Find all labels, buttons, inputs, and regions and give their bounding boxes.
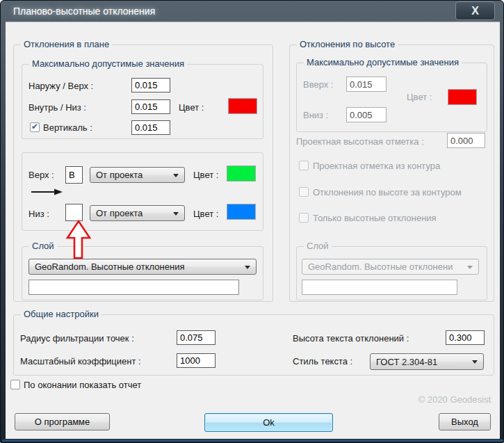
group-plan-layer-title: Слой xyxy=(29,241,57,251)
label-plan-color: Цвет : xyxy=(179,102,204,113)
input-design-mark xyxy=(447,133,485,148)
checkbox-show-report[interactable] xyxy=(10,380,20,389)
checkbox-height-outside-contour xyxy=(299,187,309,197)
chevron-down-icon xyxy=(472,360,478,364)
copyright-text: © 2020 Geodesist xyxy=(346,394,491,405)
input-height-layer-extra xyxy=(302,280,457,295)
exit-button-label: Выход xyxy=(451,417,478,427)
label-height-down: Вниз : xyxy=(303,110,328,120)
chevron-down-icon xyxy=(467,266,473,269)
group-height-max-title: Максимально допустимые значения xyxy=(304,57,462,67)
label-mark-from-contour: Проектная отметка из контура xyxy=(313,161,440,171)
checkbox-vertical[interactable] xyxy=(30,122,40,132)
input-vertical[interactable] xyxy=(131,120,170,135)
combo-up-source[interactable]: От проекта xyxy=(90,167,185,183)
label-scale-factor: Масштабный коэффициент : xyxy=(20,356,141,367)
plan-color-swatch[interactable] xyxy=(228,98,257,114)
label-outward-top: Наружу / Верх : xyxy=(29,81,93,91)
label-show-report: По оконании показать отчет xyxy=(24,380,141,390)
chevron-down-icon xyxy=(245,266,250,269)
down-color-swatch[interactable] xyxy=(227,204,256,220)
label-height-color: Цвет : xyxy=(407,92,432,102)
group-plan-max-title: Максимально допустимые значения xyxy=(29,58,187,69)
combo-down-source[interactable]: От проекта xyxy=(90,205,185,221)
close-icon: X xyxy=(471,5,479,17)
combo-height-layer-value: GeoRandom. Высотные отклонени xyxy=(308,261,453,272)
combo-plan-layer-value: GeoRandom. Высотные отклонения xyxy=(35,261,184,272)
window-title: Планово-высотные отклонения xyxy=(13,1,155,22)
label-text-style: Стиль текста : xyxy=(293,356,352,367)
label-vertical: Вертикаль : xyxy=(43,122,92,133)
dialog-window: Планово-высотные отклонения X Отклонения… xyxy=(0,0,504,443)
label-text-height: Высота текста отклонений : xyxy=(293,333,409,344)
input-height-down xyxy=(346,107,387,122)
input-outward-top[interactable] xyxy=(131,78,170,92)
label-only-height: Только высотные отклонения xyxy=(313,213,437,223)
chevron-down-icon xyxy=(173,212,179,216)
input-inward-bottom[interactable] xyxy=(131,99,170,114)
group-plan-title: Отклонения в плане xyxy=(21,39,112,49)
checkbox-mark-from-contour xyxy=(299,161,309,170)
dialog-content: Отклонения в плане Максимально допустимы… xyxy=(6,22,500,439)
input-filter-radius[interactable] xyxy=(177,330,216,345)
red-arrow-up-annotation xyxy=(65,219,92,259)
combo-down-source-value: От проекта xyxy=(96,208,143,218)
window-bottom-edge xyxy=(2,440,503,442)
arrow-right-icon xyxy=(31,188,63,196)
combo-up-source-value: От проекта xyxy=(96,170,143,180)
combo-text-style[interactable]: ГОСТ 2.304-81 xyxy=(370,353,484,370)
exit-button[interactable]: Выход xyxy=(439,413,491,430)
label-down: Низ : xyxy=(29,209,49,219)
combo-height-layer: GeoRandom. Высотные отклонени xyxy=(302,259,479,275)
label-design-mark: Проектная высотная отметка : xyxy=(296,136,424,147)
chevron-down-icon xyxy=(173,174,179,177)
label-up-color: Цвет : xyxy=(193,170,218,180)
group-height-title: Отклонения по высоте xyxy=(297,39,398,49)
input-height-up xyxy=(346,76,387,92)
combo-plan-layer[interactable]: GeoRandom. Высотные отклонения xyxy=(29,259,257,275)
close-button[interactable]: X xyxy=(455,1,495,20)
ok-button-label: Ok xyxy=(263,417,275,428)
group-general-title: Общие настройки xyxy=(21,309,101,319)
label-down-color: Цвет : xyxy=(193,209,218,219)
checkbox-only-height xyxy=(299,213,309,223)
group-height-layer-title: Слой xyxy=(304,241,332,251)
label-up: Верх : xyxy=(29,170,54,180)
up-color-swatch[interactable] xyxy=(227,166,256,182)
label-height-up: Вверх : xyxy=(303,79,333,90)
label-inward-bottom: Внутрь / Низ : xyxy=(29,102,86,113)
input-scale-factor[interactable] xyxy=(177,353,216,368)
label-height-outside-contour: Отклонения по высоте за контуром xyxy=(313,187,462,198)
input-up-prefix[interactable] xyxy=(65,166,83,184)
label-filter-radius: Радиус фильтрации точек : xyxy=(20,333,134,344)
about-button-label: О программе xyxy=(35,417,90,427)
height-color-swatch xyxy=(448,89,477,105)
title-bar[interactable]: Планово-высотные отклонения X xyxy=(1,1,504,22)
input-plan-layer-extra[interactable] xyxy=(29,280,239,295)
about-button[interactable]: О программе xyxy=(15,413,110,430)
input-text-height[interactable] xyxy=(446,330,485,345)
ok-button[interactable]: Ok xyxy=(204,413,333,432)
combo-text-style-value: ГОСТ 2.304-81 xyxy=(376,357,437,367)
